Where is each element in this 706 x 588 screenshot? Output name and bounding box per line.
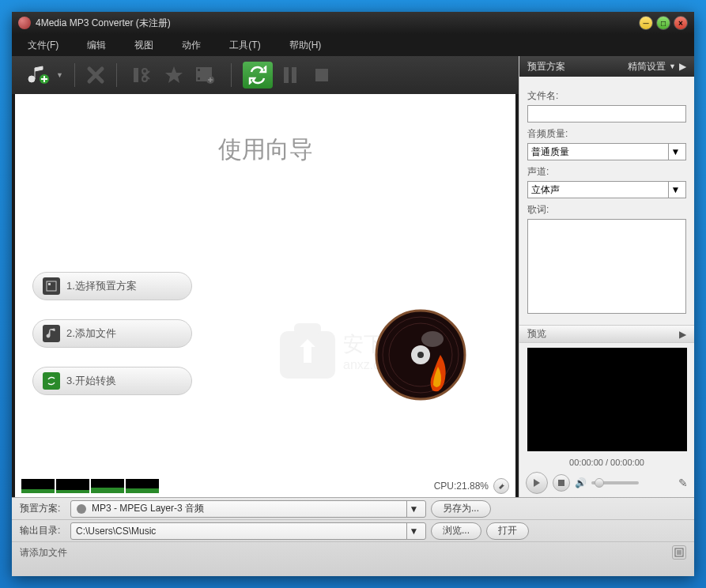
open-button[interactable]: 打开 — [486, 522, 529, 540]
dropdown-icon: ▼ — [406, 523, 421, 539]
profile-header-label: 预置方案 — [527, 60, 565, 74]
preview-header: 预览 ▶ — [519, 325, 694, 343]
wizard-title: 使用向导 — [15, 134, 515, 166]
play-button[interactable] — [526, 472, 548, 494]
lyrics-textarea[interactable] — [527, 219, 686, 314]
preview-controls: 🔊 ✎ — [519, 469, 694, 497]
add-file-button[interactable] — [25, 61, 53, 89]
channel-label: 声道: — [527, 165, 686, 179]
stop-button[interactable] — [308, 61, 336, 89]
delete-x-icon — [85, 64, 107, 86]
menu-file[interactable]: 文件(F) — [28, 39, 59, 52]
menu-tools[interactable]: 工具(T) — [229, 39, 260, 52]
add-step-icon — [43, 325, 60, 342]
minimize-button[interactable]: ─ — [639, 16, 653, 30]
cpu-label: CPU:21.88% — [434, 481, 489, 492]
play-icon — [533, 478, 541, 488]
svg-rect-6 — [198, 77, 200, 80]
output-path-value: C:\Users\CS\Music — [76, 526, 156, 537]
film-add-icon — [194, 64, 217, 86]
browse-button[interactable]: 浏览... — [431, 522, 481, 540]
snapshot-button[interactable]: ✎ — [678, 477, 688, 489]
preview-video — [527, 348, 687, 451]
status-list-button[interactable] — [672, 545, 686, 560]
audio-quality-select[interactable]: 普通质量 ▼ — [527, 143, 686, 160]
output-path-field[interactable]: C:\Users\CS\Music ▼ — [70, 522, 426, 540]
svg-rect-14 — [294, 323, 321, 334]
window-title: 4Media MP3 Converter (未注册) — [36, 17, 171, 30]
step-start-convert[interactable]: 3.开始转换 — [32, 367, 192, 395]
dropdown-icon: ▼ — [406, 501, 421, 517]
preview-label: 预览 — [527, 327, 546, 341]
right-panel: 预置方案 精简设置 ▼ ▶ 文件名: 音频质量: 普通质量 ▼ 声道: 立体声 — [519, 56, 694, 497]
pause-button[interactable] — [276, 61, 304, 89]
delete-button[interactable] — [81, 61, 110, 89]
dropdown-icon: ▼ — [668, 144, 682, 160]
effect-button[interactable] — [160, 61, 188, 89]
volume-icon[interactable]: 🔊 — [575, 477, 587, 488]
chevron-right-icon: ▶ — [679, 61, 686, 72]
menu-view[interactable]: 视图 — [134, 39, 153, 52]
menu-help[interactable]: 帮助(H) — [289, 39, 322, 52]
music-add-icon — [27, 63, 51, 87]
pause-icon — [282, 66, 298, 85]
svg-point-21 — [417, 352, 424, 358]
save-as-button[interactable]: 另存为... — [431, 500, 491, 518]
add-video-button[interactable] — [191, 61, 220, 89]
filename-input[interactable] — [527, 105, 686, 122]
cpu-graph — [21, 479, 159, 493]
svg-rect-8 — [284, 67, 289, 83]
svg-rect-1 — [134, 68, 138, 82]
svg-rect-5 — [198, 69, 200, 71]
stop-icon — [314, 67, 330, 83]
step3-label: 3.开始转换 — [66, 374, 116, 388]
concise-label: 精简设置 — [628, 60, 666, 74]
wrench-icon — [496, 481, 506, 491]
svg-rect-11 — [47, 281, 56, 291]
svg-point-24 — [77, 504, 86, 514]
menu-edit[interactable]: 编辑 — [87, 39, 106, 52]
status-text: 请添加文件 — [20, 546, 67, 560]
profile-field-label: 预置方案: — [20, 502, 66, 515]
volume-knob[interactable] — [595, 478, 604, 488]
maximize-button[interactable]: □ — [656, 16, 670, 30]
svg-rect-10 — [315, 69, 328, 81]
close-button[interactable]: × — [674, 16, 688, 30]
menubar: 文件(F) 编辑 视图 动作 工具(T) 帮助(H) — [12, 34, 694, 56]
filename-label: 文件名: — [527, 89, 686, 103]
star-icon — [164, 65, 184, 85]
profile-select[interactable]: MP3 - MPEG Layer-3 音频 ▼ — [70, 500, 426, 518]
app-icon — [18, 17, 31, 29]
volume-slider[interactable] — [591, 481, 639, 484]
cpu-bar: CPU:21.88% — [15, 475, 515, 497]
step-select-profile[interactable]: 1.选择预置方案 — [32, 272, 192, 300]
cpu-settings-button[interactable] — [493, 478, 509, 494]
preview-time: 00:00:00 / 00:00:00 — [519, 458, 694, 467]
step1-label: 1.选择预置方案 — [66, 279, 137, 293]
app-window: 4Media MP3 Converter (未注册) ─ □ × 文件(F) 编… — [12, 12, 694, 576]
step-add-file[interactable]: 2.添加文件 — [32, 319, 192, 348]
clip-button[interactable] — [128, 61, 157, 89]
svg-rect-12 — [48, 283, 51, 285]
lyrics-label: 歌词: — [527, 203, 686, 217]
disc-art — [373, 307, 468, 402]
profile-header: 预置方案 精简设置 ▼ ▶ — [519, 56, 694, 77]
dropdown-icon: ▼ — [669, 62, 676, 70]
scissors-icon — [132, 65, 153, 85]
convert-button[interactable] — [243, 62, 273, 89]
titlebar[interactable]: 4Media MP3 Converter (未注册) ─ □ × — [12, 12, 694, 34]
output-field-label: 输出目录: — [20, 524, 66, 537]
stop-icon — [558, 480, 564, 486]
channel-select[interactable]: 立体声 ▼ — [527, 181, 686, 198]
toolbar: ▼ — [12, 56, 519, 94]
svg-point-22 — [421, 331, 444, 347]
status-bar: 请添加文件 — [12, 542, 694, 563]
preview-collapse-button[interactable]: ▶ — [679, 329, 686, 340]
concise-toggle[interactable]: 精简设置 ▼ ▶ — [628, 60, 686, 74]
audio-quality-label: 音频质量: — [527, 127, 686, 141]
step2-label: 2.添加文件 — [66, 326, 116, 341]
preview-stop-button[interactable] — [553, 474, 570, 492]
menu-action[interactable]: 动作 — [182, 39, 201, 52]
dropdown-icon[interactable]: ▼ — [56, 71, 63, 79]
convert-icon — [248, 66, 267, 85]
